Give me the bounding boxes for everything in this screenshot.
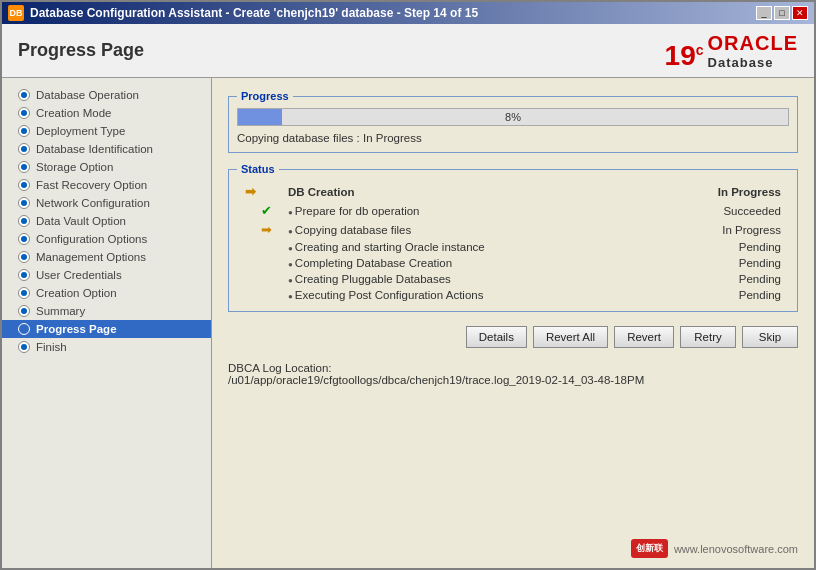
step-dot bbox=[18, 197, 30, 209]
status-icon-cell bbox=[237, 287, 280, 303]
sidebar-label: Storage Option bbox=[36, 161, 113, 173]
sidebar-item-deployment-type[interactable]: Deployment Type bbox=[2, 122, 211, 140]
log-label: DBCA Log Location: bbox=[228, 362, 798, 374]
log-section: DBCA Log Location: /u01/app/oracle19/cfg… bbox=[228, 362, 798, 386]
sidebar-item-data-vault-option[interactable]: Data Vault Option bbox=[2, 212, 211, 230]
status-value-cell: Pending bbox=[651, 255, 789, 271]
footer-watermark: 创新联 www.lenovosoftware.com bbox=[631, 539, 798, 558]
status-icon-cell bbox=[237, 271, 280, 287]
content-wrapper: Progress 8% Copying database files : In … bbox=[212, 78, 814, 568]
oracle-logo: 19c ORACLE Database bbox=[665, 32, 798, 70]
table-row: ➡ ●Copying database files In Progress bbox=[237, 220, 789, 239]
oracle-product: Database bbox=[708, 55, 774, 70]
table-row: ✔ ●Prepare for db operation Succeeded bbox=[237, 201, 789, 220]
table-row: ●Creating Pluggable Databases Pending bbox=[237, 271, 789, 287]
sidebar-label: Data Vault Option bbox=[36, 215, 126, 227]
maximize-button[interactable]: □ bbox=[774, 6, 790, 20]
sidebar-label: Creation Option bbox=[36, 287, 117, 299]
oracle-version: 19c bbox=[665, 42, 704, 70]
sidebar-item-management-options[interactable]: Management Options bbox=[2, 248, 211, 266]
status-icon-cell: ➡ bbox=[237, 220, 280, 239]
status-value-cell: Pending bbox=[651, 239, 789, 255]
page-title: Progress Page bbox=[18, 40, 144, 61]
details-button[interactable]: Details bbox=[466, 326, 527, 348]
sidebar-item-configuration-options[interactable]: Configuration Options bbox=[2, 230, 211, 248]
sidebar-label: Deployment Type bbox=[36, 125, 125, 137]
step-dot bbox=[18, 143, 30, 155]
progress-status-text: Copying database files : In Progress bbox=[237, 132, 789, 144]
bullet-icon: ● bbox=[288, 276, 293, 285]
revert-all-button[interactable]: Revert All bbox=[533, 326, 608, 348]
bullet-icon: ● bbox=[288, 260, 293, 269]
sidebar-item-creation-option[interactable]: Creation Option bbox=[2, 284, 211, 302]
status-name-cell: ●Executing Post Configuration Actions bbox=[280, 287, 651, 303]
sidebar-item-finish[interactable]: Finish bbox=[2, 338, 211, 356]
status-name-cell: ●Copying database files bbox=[280, 220, 651, 239]
header-bar: Progress Page 19c ORACLE Database bbox=[2, 24, 814, 78]
progress-section: Progress 8% Copying database files : In … bbox=[228, 90, 798, 153]
sidebar-label: Creation Mode bbox=[36, 107, 111, 119]
progress-legend: Progress bbox=[237, 90, 293, 102]
bullet-icon: ● bbox=[288, 208, 293, 217]
title-bar-controls: _ □ ✕ bbox=[756, 6, 808, 20]
step-dot bbox=[18, 323, 30, 335]
status-value-cell: Pending bbox=[651, 287, 789, 303]
content-panel: Progress 8% Copying database files : In … bbox=[212, 78, 814, 568]
oracle-text: ORACLE Database bbox=[708, 32, 798, 70]
title-bar-left: DB Database Configuration Assistant - Cr… bbox=[8, 5, 478, 21]
status-name-cell: ●Prepare for db operation bbox=[280, 201, 651, 220]
retry-button[interactable]: Retry bbox=[680, 326, 736, 348]
step-dot bbox=[18, 89, 30, 101]
progress-bar-fill bbox=[238, 109, 282, 125]
step-dot bbox=[18, 125, 30, 137]
sidebar-item-creation-mode[interactable]: Creation Mode bbox=[2, 104, 211, 122]
sidebar-label: Fast Recovery Option bbox=[36, 179, 147, 191]
bullet-icon: ● bbox=[288, 227, 293, 236]
status-name-cell: ●Creating and starting Oracle instance bbox=[280, 239, 651, 255]
sidebar-item-network-configuration[interactable]: Network Configuration bbox=[2, 194, 211, 212]
sidebar-item-database-operation[interactable]: Database Operation bbox=[2, 86, 211, 104]
step-dot bbox=[18, 107, 30, 119]
check-icon: ✔ bbox=[261, 203, 272, 218]
sidebar-item-summary[interactable]: Summary bbox=[2, 302, 211, 320]
status-name-cell: ●Completing Database Creation bbox=[280, 255, 651, 271]
sidebar-label: User Credentials bbox=[36, 269, 122, 281]
status-icon-cell: ➡ bbox=[237, 181, 280, 201]
status-value-cell: Pending bbox=[651, 271, 789, 287]
sidebar-label: Configuration Options bbox=[36, 233, 147, 245]
status-name-cell: DB Creation bbox=[280, 181, 651, 201]
bullet-icon: ● bbox=[288, 292, 293, 301]
status-value-cell: In Progress bbox=[651, 181, 789, 201]
step-dot bbox=[18, 233, 30, 245]
close-button[interactable]: ✕ bbox=[792, 6, 808, 20]
sidebar-label: Finish bbox=[36, 341, 67, 353]
step-dot bbox=[18, 161, 30, 173]
app-icon: DB bbox=[8, 5, 24, 21]
main-window: DB Database Configuration Assistant - Cr… bbox=[0, 0, 816, 570]
sidebar-item-progress-page[interactable]: Progress Page bbox=[2, 320, 211, 338]
sidebar-item-storage-option[interactable]: Storage Option bbox=[2, 158, 211, 176]
skip-button[interactable]: Skip bbox=[742, 326, 798, 348]
step-dot bbox=[18, 287, 30, 299]
progress-percent-label: 8% bbox=[505, 111, 521, 123]
status-value-cell: In Progress bbox=[651, 220, 789, 239]
status-legend: Status bbox=[237, 163, 279, 175]
sidebar-label: Database Operation bbox=[36, 89, 139, 101]
step-dot bbox=[18, 251, 30, 263]
step-dot bbox=[18, 341, 30, 353]
step-dot bbox=[18, 269, 30, 281]
sidebar-label: Database Identification bbox=[36, 143, 153, 155]
status-table: ➡ DB Creation In Progress ✔ bbox=[237, 181, 789, 303]
bullet-icon: ● bbox=[288, 244, 293, 253]
step-dot bbox=[18, 305, 30, 317]
status-icon-cell bbox=[237, 255, 280, 271]
title-bar: DB Database Configuration Assistant - Cr… bbox=[2, 2, 814, 24]
sidebar-item-database-identification[interactable]: Database Identification bbox=[2, 140, 211, 158]
sidebar-item-user-credentials[interactable]: User Credentials bbox=[2, 266, 211, 284]
minimize-button[interactable]: _ bbox=[756, 6, 772, 20]
button-row: Details Revert All Revert Retry Skip bbox=[228, 326, 798, 348]
sidebar-item-fast-recovery-option[interactable]: Fast Recovery Option bbox=[2, 176, 211, 194]
revert-button[interactable]: Revert bbox=[614, 326, 674, 348]
status-name-cell: ●Creating Pluggable Databases bbox=[280, 271, 651, 287]
step-dot bbox=[18, 215, 30, 227]
